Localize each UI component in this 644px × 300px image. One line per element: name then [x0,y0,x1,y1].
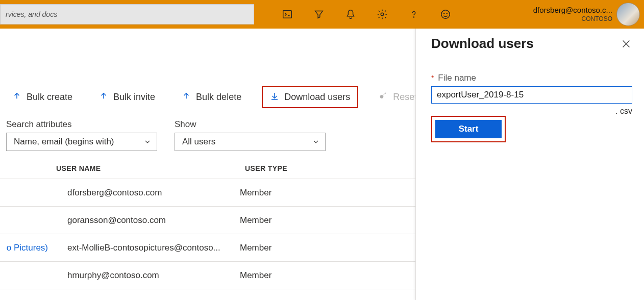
account-org: CONTOSO [533,15,612,23]
start-button[interactable]: Start [435,120,502,138]
global-search-input[interactable]: rvices, and docs [0,4,254,24]
col-user-type[interactable]: USER TYPE [245,164,287,172]
upload-arrow-icon [182,91,191,103]
search-attributes-filter: Search attributes Name, email (begins wi… [6,119,157,151]
bulk-invite-label: Bulk invite [113,92,155,103]
chevron-down-icon [143,138,152,146]
row-user-type: Member [240,188,271,198]
svg-rect-0 [283,11,292,18]
start-button-highlight: Start [431,116,506,142]
col-user-name[interactable]: USER NAME [56,164,245,172]
download-users-button[interactable]: Download users [262,86,358,108]
file-extension: . csv [431,107,632,116]
file-name-input[interactable] [431,86,632,104]
header-icon-group [271,0,461,29]
svg-point-2 [413,17,414,17]
help-icon[interactable] [398,0,430,29]
svg-point-3 [441,10,450,19]
svg-point-1 [381,13,384,16]
settings-gear-icon[interactable] [366,0,398,29]
svg-point-4 [444,13,444,14]
bulk-create-label: Bulk create [27,92,72,103]
bulk-delete-button[interactable]: Bulk delete [176,88,247,106]
directory-filter-icon[interactable] [303,0,335,29]
account-text: dforsberg@contoso.c... CONTOSO [533,6,612,23]
show-filter: Show All users [175,119,326,151]
show-value: All users [182,137,215,147]
key-icon [379,91,388,103]
feedback-smiley-icon[interactable] [430,0,461,29]
panel-header: Download users [431,36,632,52]
show-select[interactable]: All users [175,133,326,151]
upload-arrow-icon [99,91,108,103]
account-area[interactable]: dforsberg@contoso.c... CONTOSO [524,0,644,29]
upload-arrow-icon [12,91,21,103]
show-label: Show [175,119,326,130]
close-icon[interactable] [621,38,632,49]
search-attributes-select[interactable]: Name, email (begins with) [6,133,157,151]
search-attributes-value: Name, email (begins with) [14,137,114,147]
row-user-name: dforsberg@contoso.com [0,188,240,198]
download-users-label: Download users [284,92,350,103]
row-user-type: Member [240,215,271,226]
account-email: dforsberg@contoso.c... [533,6,612,15]
row-user-name: goransson@contoso.com [0,215,240,226]
file-name-field: * File name . csv [431,73,632,116]
cloud-shell-icon[interactable] [271,0,303,29]
row-prefix: o Pictures) [0,243,51,253]
row-user-type: Member [240,243,271,253]
panel-title: Download users [431,36,534,52]
chevron-down-icon [312,138,320,146]
svg-point-5 [447,13,447,14]
svg-point-6 [380,95,383,98]
search-placeholder-text: rvices, and docs [6,10,57,18]
row-user-name: ext-MollieB-contosopictures@contoso... [51,243,240,253]
file-name-label: File name [438,73,476,83]
bulk-delete-label: Bulk delete [196,92,241,103]
bulk-invite-button[interactable]: Bulk invite [93,88,161,106]
row-user-type: Member [240,270,271,281]
spacer [254,0,271,29]
top-header: rvices, and docs dforsberg@contoso.c... … [0,0,644,29]
search-attributes-label: Search attributes [6,119,157,130]
bulk-create-button[interactable]: Bulk create [6,88,79,106]
filter-row: Search attributes Name, email (begins wi… [6,119,326,151]
download-users-panel: Download users * File name . csv Start [415,29,644,300]
avatar[interactable] [616,3,640,26]
notifications-icon[interactable] [335,0,366,29]
required-asterisk: * [431,74,434,82]
file-name-label-row: * File name [431,73,632,83]
download-arrow-icon [270,91,279,103]
row-user-name: hmurphy@contoso.com [0,270,240,281]
